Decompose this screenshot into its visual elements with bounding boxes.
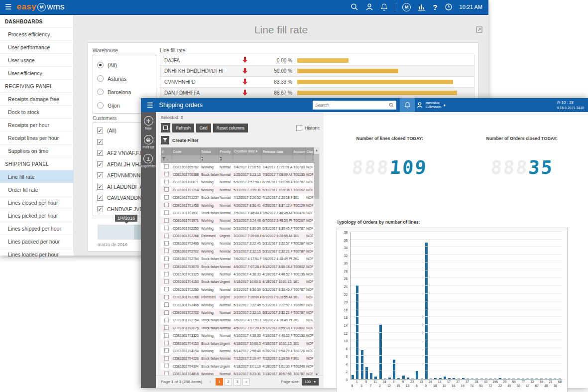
account-cell[interactable]: T007870 xyxy=(292,286,305,293)
bar-86[interactable] xyxy=(540,379,543,379)
account-cell[interactable]: 301 xyxy=(292,194,305,201)
column-header-creation-date[interactable]: Creation date ▾ xyxy=(233,147,261,155)
warehouse-option-barcelona[interactable]: Barcelona xyxy=(97,85,152,99)
bar-47[interactable] xyxy=(526,379,529,379)
account-cell[interactable]: T007002 xyxy=(292,163,305,170)
historic-toggle[interactable]: Historic xyxy=(296,125,320,131)
checkbox-icon[interactable] xyxy=(164,325,169,330)
checkbox-checked-icon[interactable]: ✓ xyxy=(97,161,103,167)
bar-13[interactable] xyxy=(407,378,409,379)
filter-dropdown-status[interactable]: ▾ xyxy=(202,157,203,160)
refresh-button[interactable]: Refresh xyxy=(172,124,194,132)
bar-77[interactable] xyxy=(522,379,524,379)
hamburger-menu-icon[interactable]: ☰ xyxy=(5,2,11,11)
bar-30[interactable] xyxy=(517,379,520,379)
reset-columns-button[interactable]: Reset columns xyxy=(213,124,248,132)
radio-icon[interactable] xyxy=(97,102,104,109)
user-menu[interactable]: mecaluxGBesson ▾ xyxy=(416,98,446,112)
account-cell[interactable]: T007870 xyxy=(292,248,305,255)
sidebar-item-lines-picked-per-hour[interactable]: Lines picked per hour xyxy=(0,209,73,222)
checkbox-icon[interactable] xyxy=(164,218,169,223)
page-button-2[interactable]: 2 xyxy=(225,378,232,386)
table-row[interactable]: CDE1031704304Stock failureUrgent4/18/201… xyxy=(161,363,313,370)
bar-10[interactable] xyxy=(444,377,446,379)
table-row[interactable]: CDE1031703325WorkingNormal4/10/2017 4:38… xyxy=(161,332,313,339)
account-cell[interactable]: T008022 xyxy=(292,324,305,332)
order-code-cell[interactable]: CDE1031703325 xyxy=(172,332,200,339)
order-code-cell[interactable]: CDE1031703075 xyxy=(172,262,200,270)
table-row[interactable]: CDE1031701456WorkingNormal4/20/2017 8:36… xyxy=(161,201,313,209)
checkbox-icon[interactable] xyxy=(164,287,169,291)
checkbox-icon[interactable] xyxy=(164,257,169,261)
checkbox-icon[interactable] xyxy=(164,187,169,192)
grid-button[interactable]: Grid xyxy=(196,124,211,132)
export-list-button[interactable]: Export list xyxy=(141,154,156,168)
order-code-cell[interactable]: CDE1031702268 xyxy=(172,232,200,240)
export-report-icon[interactable] xyxy=(476,26,482,35)
order-code-cell[interactable]: CDE1031701214 xyxy=(172,186,200,194)
checkbox-icon[interactable] xyxy=(164,318,169,322)
bar-195[interactable] xyxy=(494,379,496,379)
bar-43[interactable] xyxy=(421,379,423,379)
bar-32[interactable] xyxy=(531,379,533,379)
order-code-cell[interactable]: CDE1031704304 xyxy=(172,363,200,370)
account-cell[interactable]: T007870 xyxy=(292,225,305,232)
order-code-cell[interactable]: CDE1031703325 xyxy=(172,270,200,278)
row-checkbox[interactable] xyxy=(161,194,172,201)
checkbox-icon[interactable] xyxy=(164,356,169,361)
account-cell[interactable]: T001293 xyxy=(292,201,305,209)
sidebar-item-order-fill-rate[interactable]: Order fill rate xyxy=(0,183,73,196)
column-header-blank[interactable]: # xyxy=(161,147,172,155)
row-checkbox[interactable] xyxy=(161,217,172,224)
bar-74[interactable] xyxy=(471,379,473,379)
bar-23[interactable] xyxy=(411,379,414,379)
bar-28[interactable] xyxy=(475,379,478,379)
checkbox-checked-icon[interactable]: ✓ xyxy=(97,195,103,201)
order-code-cell[interactable]: CDE1031702754 xyxy=(172,316,200,324)
filter-dropdown-priority[interactable]: ▾ xyxy=(220,157,222,160)
sidebar-item-suppliers-on-time[interactable]: Suppliers on time xyxy=(0,144,73,157)
row-checkbox[interactable] xyxy=(161,186,172,194)
checkbox-icon[interactable] xyxy=(164,279,169,284)
table-row[interactable]: CDE1031703075Stock failureNormal4/5/2017… xyxy=(161,324,313,332)
table-row[interactable]: CDE1031704226Stock failureNormal7/12/201… xyxy=(161,355,313,362)
checkbox-checked-icon[interactable]: ✓ xyxy=(97,172,103,178)
table-row[interactable]: CDE1031701214WorkingNormal5/31/2017 3:19… xyxy=(161,186,313,194)
warehouse-option-asturias[interactable]: Asturias xyxy=(97,72,152,85)
sidebar-item-user-usage[interactable]: User usage xyxy=(0,54,73,67)
bar-36[interactable] xyxy=(554,379,556,379)
table-row[interactable]: CDE1031704153Stock failureUrgent4/18/201… xyxy=(161,278,313,285)
row-checkbox[interactable] xyxy=(161,363,172,370)
order-code-cell[interactable]: CDE1031701237 xyxy=(172,194,200,201)
order-code-cell[interactable]: CDE1031704153 xyxy=(172,278,200,285)
checkbox-icon[interactable] xyxy=(164,341,169,345)
funnel-icon[interactable] xyxy=(161,136,169,144)
bar-7[interactable] xyxy=(370,373,372,379)
row-checkbox[interactable] xyxy=(161,262,172,270)
order-code-cell[interactable]: CDE1031701456 xyxy=(172,201,200,209)
shipping-hamburger-icon[interactable]: ☰ xyxy=(147,101,153,109)
order-code-cell[interactable]: CDE1031702754 xyxy=(172,255,200,262)
row-checkbox[interactable] xyxy=(161,232,172,240)
bar-3[interactable] xyxy=(361,350,363,379)
checkbox-icon[interactable] xyxy=(164,180,169,184)
table-row[interactable]: CDE1031702702WorkingNormal5/31/2017 2:32… xyxy=(161,248,313,255)
bar-21[interactable] xyxy=(549,379,552,379)
prev-page-button[interactable]: < xyxy=(207,378,214,386)
bar-5[interactable] xyxy=(365,367,368,379)
column-header-code[interactable]: Code xyxy=(172,147,200,155)
order-code-cell[interactable]: CDE1031701531 xyxy=(172,209,200,217)
bar-33[interactable] xyxy=(485,379,487,379)
page-size-select[interactable]: 100▾ xyxy=(302,378,319,386)
table-row[interactable]: CDE1031702406WorkingNormal5/31/2017 3:22… xyxy=(161,240,313,247)
row-checkbox[interactable] xyxy=(161,209,172,217)
order-code-cell[interactable]: CDE1031703075 xyxy=(172,324,200,332)
account-cell[interactable]: 201 xyxy=(292,255,305,262)
row-checkbox[interactable] xyxy=(161,163,172,170)
account-cell[interactable]: T002675 xyxy=(292,301,305,308)
order-code-cell[interactable]: CDE1031704194 xyxy=(172,347,200,355)
order-code-cell[interactable]: CDE1031702250 xyxy=(172,286,200,293)
checkbox-icon[interactable] xyxy=(164,226,169,230)
order-code-cell[interactable]: CDE1031702250 xyxy=(172,225,200,232)
sidebar-item-lines-closed-per-hour[interactable]: Lines closed per hour xyxy=(0,196,73,209)
